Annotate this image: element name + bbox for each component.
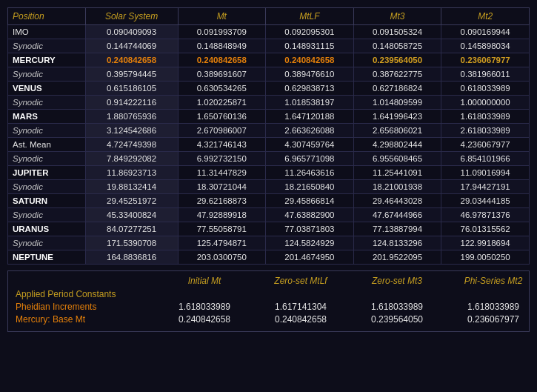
footer-val-pheidian-2: 1.617141304	[253, 302, 349, 312]
col-header-mt3: Mt3	[353, 8, 441, 25]
data-value: 17.94427191	[441, 180, 530, 194]
row-label-cell: Synodic	[8, 39, 86, 53]
data-value: 0.240842658	[178, 53, 266, 67]
footer-val-pheidian-3: 1.618033989	[349, 302, 445, 312]
data-value: 0.239564050	[353, 53, 441, 67]
data-value: 0.387622775	[353, 67, 441, 82]
data-value: 2.663626088	[266, 124, 354, 138]
data-value: 47.67444966	[353, 208, 441, 222]
data-value: 0.389691607	[178, 67, 266, 82]
table-row: Synodic45.3340082447.9288991847.63882900…	[8, 208, 530, 222]
solar-value: 171.5390708	[85, 236, 178, 250]
footer-val-mercury-1: 0.240842658	[156, 314, 253, 325]
main-container: Position Solar System Mt MtLF Mt3 Mt2 IM…	[0, 0, 537, 392]
solar-value: 29.45251972	[85, 194, 178, 208]
footer-val-pheidian-4: 1.618033989	[445, 302, 537, 312]
data-value: 0.148058725	[353, 39, 441, 53]
col-header-mt: Mt	[178, 8, 266, 25]
solar-value: 19.88132414	[85, 180, 178, 194]
col-header-solar: Solar System	[85, 8, 178, 25]
table-row: Synodic7.8492920826.9927321506.965771098…	[8, 152, 530, 166]
col-header-position: Position	[8, 8, 86, 25]
data-value: 0.091505324	[353, 25, 441, 39]
solar-value: 4.724749398	[85, 138, 178, 152]
row-label-cell: Synodic	[8, 152, 86, 166]
row-label-cell: VENUS	[8, 82, 86, 96]
solar-value: 0.914222116	[85, 96, 178, 110]
footer-val-mercury-3: 0.239564050	[349, 314, 445, 325]
footer-label-pheidian: Pheidian Increments	[16, 302, 156, 312]
row-label-cell: IMO	[8, 25, 86, 39]
footer-label-applied: Applied Period Constants	[16, 289, 156, 299]
footer-label-mercury: Mercury: Base Mt	[16, 314, 156, 325]
row-label-cell: Synodic	[8, 208, 86, 222]
data-value: 11.25441091	[353, 166, 441, 180]
data-value: 203.0300750	[178, 250, 266, 265]
footer-col-zeroset-mtlf: Zero-set MtLf	[253, 276, 349, 286]
footer-section: Initial Mt Zero-set MtLf Zero-set Mt3 Ph…	[7, 270, 530, 332]
solar-value: 11.86923713	[85, 166, 178, 180]
table-row: VENUS0.6151861050.6305342650.6298387130.…	[8, 82, 530, 96]
data-value: 199.0050250	[441, 250, 530, 265]
data-value: 122.9918694	[441, 236, 530, 250]
row-label-cell: MARS	[8, 110, 86, 124]
data-value: 0.618033989	[441, 82, 530, 96]
table-row: Ast. Mean4.7247493984.3217461434.3074597…	[8, 138, 530, 152]
data-value: 11.09016994	[441, 166, 530, 180]
data-value: 29.62168873	[178, 194, 266, 208]
data-table: Position Solar System Mt MtLF Mt3 Mt2 IM…	[7, 7, 530, 265]
data-value: 6.854101966	[441, 152, 530, 166]
footer-row-pheidian: Pheidian Increments 1.618033989 1.617141…	[16, 302, 521, 312]
data-value: 4.236067977	[441, 138, 530, 152]
data-value: 0.629838713	[266, 82, 354, 96]
solar-value: 84.07277251	[85, 222, 178, 236]
row-label-cell: Synodic	[8, 236, 86, 250]
data-value: 124.5824929	[266, 236, 354, 250]
data-value: 1.000000000	[441, 96, 530, 110]
row-label-cell: NEPTUNE	[8, 250, 86, 265]
data-value: 77.13887994	[353, 222, 441, 236]
data-value: 2.670986007	[178, 124, 266, 138]
data-value: 1.650760136	[178, 110, 266, 124]
header-row: Position Solar System Mt MtLF Mt3 Mt2	[8, 8, 530, 25]
col-header-mtlf: MtLF	[266, 8, 354, 25]
data-value: 47.63882900	[266, 208, 354, 222]
table-row: Synodic0.3957944450.3896916070.389476610…	[8, 67, 530, 82]
table-row: URANUS84.0727725177.5505879177.038718037…	[8, 222, 530, 236]
data-value: 1.020225871	[178, 96, 266, 110]
data-value: 4.321746143	[178, 138, 266, 152]
solar-value: 1.880765936	[85, 110, 178, 124]
data-value: 0.236067977	[441, 53, 530, 67]
data-value: 2.618033989	[441, 124, 530, 138]
data-value: 0.627186824	[353, 82, 441, 96]
row-label-cell: Synodic	[8, 67, 86, 82]
data-value: 6.965771098	[266, 152, 354, 166]
data-value: 4.298802444	[353, 138, 441, 152]
data-value: 0.092095301	[266, 25, 354, 39]
table-row: JUPITER11.8692371311.3144782911.26463616…	[8, 166, 530, 180]
solar-value: 3.124542686	[85, 124, 178, 138]
data-value: 47.92889918	[178, 208, 266, 222]
data-value: 29.45866814	[266, 194, 354, 208]
data-value: 0.381966011	[441, 67, 530, 82]
table-row: MARS1.8807659361.6507601361.6471201881.6…	[8, 110, 530, 124]
data-value: 76.01315562	[441, 222, 530, 236]
data-value: 0.148931115	[266, 39, 354, 53]
data-value: 6.992732150	[178, 152, 266, 166]
data-value: 1.018538197	[266, 96, 354, 110]
data-value: 1.647120188	[266, 110, 354, 124]
row-label-cell: Ast. Mean	[8, 138, 86, 152]
footer-val-pheidian-1: 1.618033989	[156, 302, 253, 312]
data-value: 18.30721044	[178, 180, 266, 194]
row-label-cell: URANUS	[8, 222, 86, 236]
data-value: 29.03444185	[441, 194, 530, 208]
footer-col-zeroset-mt3: Zero-set Mt3	[349, 276, 445, 286]
footer-col-initial: Initial Mt	[156, 276, 253, 286]
data-value: 6.955608465	[353, 152, 441, 166]
solar-value: 0.144744069	[85, 39, 178, 53]
data-value: 18.21650840	[266, 180, 354, 194]
table-row: Synodic19.8813241418.3072104418.21650840…	[8, 180, 530, 194]
data-value: 0.090169944	[441, 25, 530, 39]
data-value: 124.8133296	[353, 236, 441, 250]
data-value: 125.4794871	[178, 236, 266, 250]
